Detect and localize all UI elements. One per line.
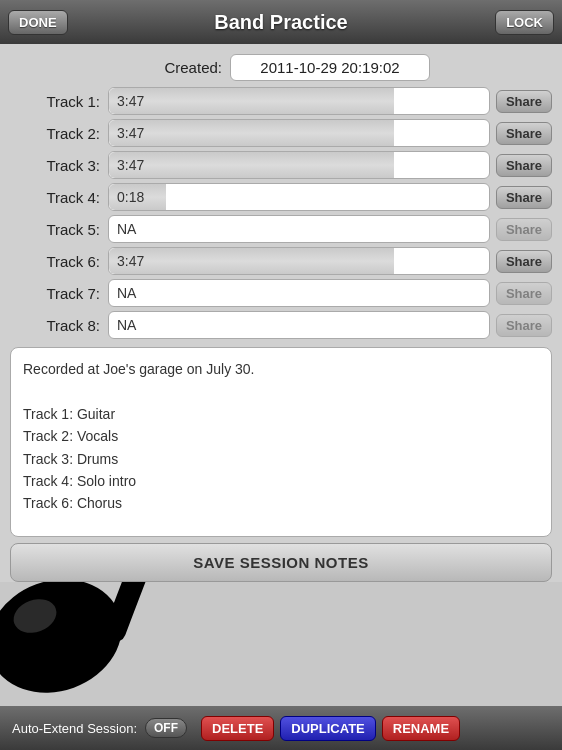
- track-row: Track 1: 3:47 Share: [0, 87, 562, 115]
- tracks-list: Track 1: 3:47 Share Track 2: 3:47 Share …: [0, 87, 562, 339]
- track-slider[interactable]: 3:47: [108, 87, 490, 115]
- track-label: Track 8:: [10, 317, 100, 334]
- share-button[interactable]: Share: [496, 90, 552, 113]
- created-label: Created:: [132, 59, 222, 76]
- track-value: NA: [117, 285, 136, 301]
- page-title: Band Practice: [214, 11, 347, 34]
- track-row: Track 3: 3:47 Share: [0, 151, 562, 179]
- svg-point-0: [0, 561, 138, 706]
- delete-button[interactable]: DELETE: [201, 716, 274, 741]
- share-button[interactable]: Share: [496, 154, 552, 177]
- footer: Auto-Extend Session: OFF DELETE DUPLICAT…: [0, 706, 562, 750]
- notes-section: Recorded at Joe's garage on July 30. Tra…: [10, 347, 552, 582]
- track-row: Track 4: 0:18 Share: [0, 183, 562, 211]
- created-row: Created: 2011-10-29 20:19:02: [0, 54, 562, 81]
- share-button[interactable]: Share: [496, 250, 552, 273]
- main-content: Created: 2011-10-29 20:19:02 Track 1: 3:…: [0, 44, 562, 582]
- track-label: Track 6:: [10, 253, 100, 270]
- duplicate-button[interactable]: DUPLICATE: [280, 716, 375, 741]
- save-session-notes-button[interactable]: SAVE SESSION NOTES: [10, 543, 552, 582]
- track-value: NA: [117, 221, 136, 237]
- track-slider[interactable]: 0:18: [108, 183, 490, 211]
- auto-extend-toggle[interactable]: OFF: [145, 718, 187, 738]
- track-row: Track 7: NA Share: [0, 279, 562, 307]
- svg-point-1: [9, 593, 61, 638]
- track-value: 3:47: [117, 157, 144, 173]
- track-value: 3:47: [117, 253, 144, 269]
- lock-button[interactable]: LOCK: [495, 10, 554, 35]
- track-slider[interactable]: 3:47: [108, 247, 490, 275]
- track-row: Track 6: 3:47 Share: [0, 247, 562, 275]
- track-row: Track 2: 3:47 Share: [0, 119, 562, 147]
- track-label: Track 1:: [10, 93, 100, 110]
- track-slider[interactable]: NA: [108, 215, 490, 243]
- share-button: Share: [496, 282, 552, 305]
- auto-extend-label: Auto-Extend Session:: [12, 721, 137, 736]
- track-slider[interactable]: NA: [108, 311, 490, 339]
- share-button[interactable]: Share: [496, 122, 552, 145]
- share-button: Share: [496, 218, 552, 241]
- track-slider[interactable]: 3:47: [108, 119, 490, 147]
- track-slider[interactable]: NA: [108, 279, 490, 307]
- track-label: Track 2:: [10, 125, 100, 142]
- track-label: Track 4:: [10, 189, 100, 206]
- share-button: Share: [496, 314, 552, 337]
- track-value: 3:47: [117, 125, 144, 141]
- header: DONE Band Practice LOCK: [0, 0, 562, 44]
- created-value: 2011-10-29 20:19:02: [230, 54, 430, 81]
- done-button[interactable]: DONE: [8, 10, 68, 35]
- share-button[interactable]: Share: [496, 186, 552, 209]
- track-row: Track 8: NA Share: [0, 311, 562, 339]
- track-row: Track 5: NA Share: [0, 215, 562, 243]
- track-label: Track 5:: [10, 221, 100, 238]
- track-value: 3:47: [117, 93, 144, 109]
- notes-box[interactable]: Recorded at Joe's garage on July 30. Tra…: [10, 347, 552, 537]
- rename-button[interactable]: RENAME: [382, 716, 460, 741]
- track-value: 0:18: [117, 189, 144, 205]
- track-slider[interactable]: 3:47: [108, 151, 490, 179]
- track-label: Track 7:: [10, 285, 100, 302]
- track-label: Track 3:: [10, 157, 100, 174]
- track-value: NA: [117, 317, 136, 333]
